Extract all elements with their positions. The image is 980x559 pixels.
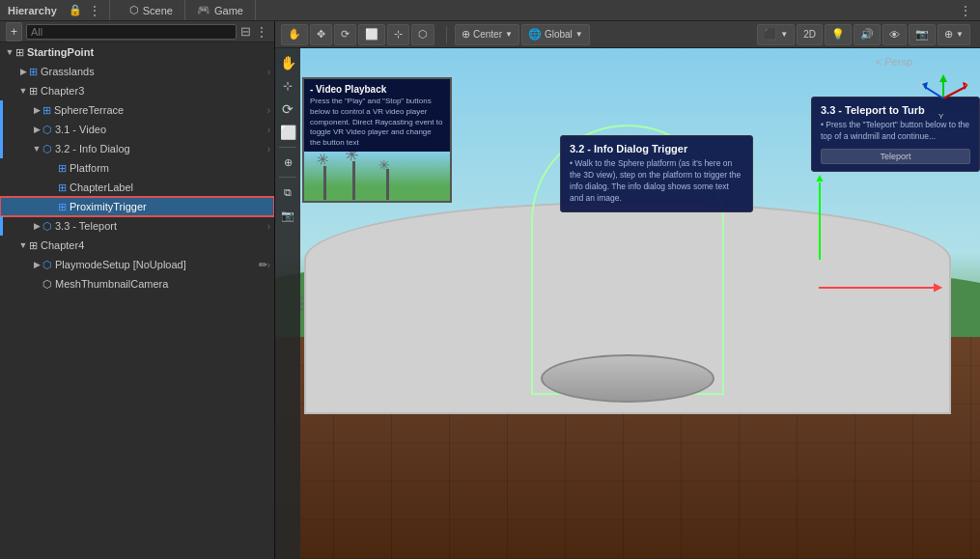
lock-icon[interactable]: 🔒 bbox=[69, 4, 82, 16]
chapter3-label: Chapter3 bbox=[41, 85, 270, 97]
33-teleport-label: 3.3 - Teleport bbox=[55, 220, 267, 232]
camera-button[interactable]: 📷 bbox=[909, 24, 936, 45]
global-label: Global bbox=[545, 29, 573, 40]
33-teleport-chevron: › bbox=[267, 221, 270, 232]
lighting-button[interactable]: 💡 bbox=[825, 24, 852, 45]
transform-handle-red bbox=[819, 287, 935, 289]
game-tab-label[interactable]: 🎮Game bbox=[185, 0, 256, 20]
svg-line-2 bbox=[943, 87, 966, 98]
grasslands-icon: ⊞ bbox=[29, 66, 38, 78]
chapter3-icon: ⊞ bbox=[29, 85, 38, 98]
mesh-thumbnail-label: MeshThumbnailCamera bbox=[55, 278, 270, 290]
scene-icon: ⬡ bbox=[129, 4, 139, 16]
vt-move-tool[interactable]: ⊹ bbox=[277, 75, 298, 97]
blue-bar-sphere-terrace bbox=[0, 100, 3, 120]
32-info-dialog-icon: ⬡ bbox=[42, 143, 52, 155]
svg-line-4 bbox=[925, 87, 943, 98]
hierarchy-tree: ⊞ StartingPoint ⊞ Grasslands › ⊞ Chapter… bbox=[0, 42, 274, 559]
tree-item-31-video[interactable]: ⬡ 3.1 - Video › bbox=[0, 120, 274, 139]
tree-arrow-chapter3[interactable] bbox=[17, 86, 29, 96]
transform-tools-group: ✋ ✥ ⟳ ⬜ ⊹ ⬡ bbox=[281, 24, 434, 45]
tree-item-starting-point[interactable]: ⊞ StartingPoint bbox=[0, 42, 274, 62]
svg-text:Z: Z bbox=[919, 79, 924, 88]
hierarchy-filter-icon[interactable]: ⊟ bbox=[240, 24, 251, 39]
tree-item-proximity-trigger[interactable]: ⊞ ProximityTrigger bbox=[0, 197, 274, 216]
teleport-button[interactable]: Teleport bbox=[821, 149, 970, 164]
scene-game-dots-icon[interactable]: ⋮ bbox=[951, 3, 980, 18]
rect-tool-button[interactable]: ⊹ bbox=[387, 24, 409, 45]
windmill-thumbnail: ✳ ✳ ✳ bbox=[304, 152, 450, 203]
vt-hand-tool[interactable]: ✋ bbox=[277, 52, 298, 73]
audio-button[interactable]: 🔊 bbox=[854, 24, 881, 45]
tree-arrow-33-teleport[interactable] bbox=[31, 221, 42, 231]
scale-tool-button[interactable]: ⬜ bbox=[358, 24, 385, 45]
pivot-label: Center bbox=[473, 29, 502, 40]
grasslands-chevron: › bbox=[267, 67, 270, 77]
blue-bar-32-info bbox=[0, 139, 3, 158]
tree-item-chapter4[interactable]: ⊞ Chapter4 bbox=[0, 236, 274, 255]
global-icon: 🌐 bbox=[528, 28, 542, 41]
tree-item-chapter-label[interactable]: ⊞ ChapterLabel bbox=[0, 178, 274, 197]
scene-tab-label[interactable]: ⬡Scene bbox=[118, 0, 185, 20]
playmode-chevron: › bbox=[267, 260, 270, 270]
toolbar-separator-1 bbox=[446, 26, 447, 43]
tree-arrow-sphere-terrace[interactable] bbox=[31, 105, 42, 115]
viewport-tools: ✋ ⊹ ⟳ ⬜ ⊕ ⧉ 📷 bbox=[275, 48, 300, 559]
svg-marker-1 bbox=[939, 74, 947, 82]
windmill-mast-3 bbox=[386, 169, 389, 200]
vt-rotate-tool[interactable]: ⟳ bbox=[277, 98, 298, 120]
tree-item-32-info-dialog[interactable]: ⬡ 3.2 - Info Dialog › bbox=[0, 139, 274, 158]
tree-arrow-31-video[interactable] bbox=[31, 125, 42, 134]
hierarchy-add-button[interactable]: + bbox=[6, 22, 22, 42]
tree-item-platform[interactable]: ⊞ Platform bbox=[0, 158, 274, 178]
hierarchy-options-icon[interactable]: ⋮ bbox=[255, 24, 268, 40]
chapter-label-label: ChapterLabel bbox=[70, 182, 270, 193]
tree-item-mesh-thumbnail[interactable]: ⬡ MeshThumbnailCamera bbox=[0, 274, 274, 293]
video-panel-title: - Video Playback bbox=[310, 84, 444, 95]
vt-separator bbox=[279, 147, 296, 148]
vt-layers-tool[interactable]: ⧉ bbox=[277, 182, 298, 203]
hierarchy-toolbar: + ⊟ ⋮ bbox=[0, 21, 274, 42]
tree-item-chapter3[interactable]: ⊞ Chapter3 bbox=[0, 81, 274, 100]
tree-arrow-chapter4[interactable] bbox=[17, 240, 29, 250]
playmode-setup-label: PlaymodeSetup [NoUpload] bbox=[55, 259, 255, 270]
tree-arrow-32-info-dialog[interactable] bbox=[31, 144, 42, 154]
chapter4-label: Chapter4 bbox=[41, 239, 270, 251]
vt-separator-2 bbox=[279, 177, 296, 178]
scene-toolbar: ✋ ✥ ⟳ ⬜ ⊹ ⬡ ⊕ Center ▼ 🌐 Global ▼ bbox=[275, 21, 980, 48]
global-button[interactable]: 🌐 Global ▼ bbox=[521, 24, 590, 45]
effects-button[interactable]: 👁 bbox=[882, 24, 907, 45]
windmill-mast-2 bbox=[352, 161, 355, 200]
mesh-thumbnail-icon: ⬡ bbox=[42, 278, 52, 291]
tree-item-sphere-terrace[interactable]: ⊞ SphereTerrace › bbox=[0, 100, 274, 120]
vt-scale-tool[interactable]: ⬜ bbox=[277, 122, 298, 143]
tree-arrow-playmode-setup[interactable] bbox=[31, 260, 42, 269]
starting-point-label: StartingPoint bbox=[27, 46, 270, 58]
hand-tool-button[interactable]: ✋ bbox=[281, 24, 308, 45]
pivot-button[interactable]: ⊕ Center ▼ bbox=[455, 24, 519, 45]
rotate-tool-button[interactable]: ⟳ bbox=[334, 24, 356, 45]
tree-arrow-grasslands[interactable] bbox=[17, 67, 29, 76]
gizmos-button[interactable]: ⊕ ▼ bbox=[938, 24, 970, 45]
pivot-group: ⊕ Center ▼ 🌐 Global ▼ bbox=[455, 24, 590, 45]
chapter-label-icon: ⊞ bbox=[58, 182, 67, 194]
scene-viewport[interactable]: - Video Playback Press the "Play" and "S… bbox=[275, 48, 980, 559]
move-tool-button[interactable]: ✥ bbox=[310, 24, 332, 45]
hierarchy-dots-icon[interactable]: ⋮ bbox=[88, 3, 101, 18]
tree-item-playmode-setup[interactable]: ⬡ PlaymodeSetup [NoUpload] ✏ › bbox=[0, 255, 274, 274]
vt-snap-tool[interactable]: ⊕ bbox=[277, 152, 298, 173]
transform-handle-green bbox=[819, 182, 821, 260]
pivot-arrow: ▼ bbox=[505, 30, 513, 39]
hierarchy-search-input[interactable] bbox=[26, 24, 237, 40]
persp-label: < Persp bbox=[876, 56, 912, 68]
tree-item-33-teleport[interactable]: ⬡ 3.3 - Teleport › bbox=[0, 216, 274, 236]
grasslands-label: Grasslands bbox=[41, 66, 267, 77]
tree-item-grasslands[interactable]: ⊞ Grasslands › bbox=[0, 62, 274, 81]
sphere-terrace-icon: ⊞ bbox=[42, 104, 51, 117]
tree-arrow-starting-point[interactable] bbox=[4, 47, 15, 57]
transform-tool-button[interactable]: ⬡ bbox=[411, 24, 434, 45]
shading-button[interactable]: ⬛ ▼ bbox=[757, 24, 795, 45]
vt-camera-align[interactable]: 📷 bbox=[277, 205, 298, 226]
31-video-chevron: › bbox=[267, 125, 270, 135]
2d-button[interactable]: 2D bbox=[797, 24, 823, 45]
